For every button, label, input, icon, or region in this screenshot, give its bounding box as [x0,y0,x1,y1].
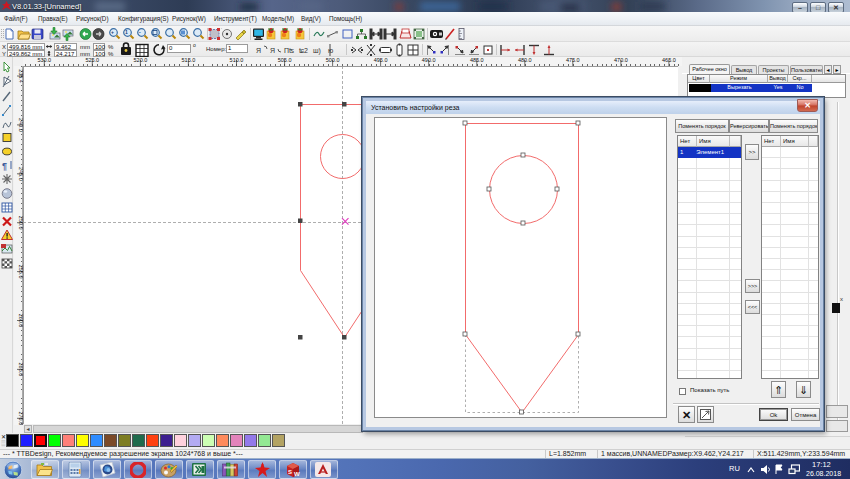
svg-text:500.0: 500.0 [326,57,340,63]
svg-text:505.0: 505.0 [278,57,292,63]
svg-text:520.0: 520.0 [134,57,148,63]
svg-text:+: + [111,29,114,35]
svg-text:470.0: 470.0 [614,57,628,63]
svg-text:480.0: 480.0 [518,57,532,63]
svg-text:W: W [294,471,300,477]
svg-text:ʨ2: ʨ2 [299,47,308,54]
svg-text:ш): ш) [313,47,321,55]
svg-text:ю: ю [328,47,333,54]
svg-text:530.0: 530.0 [37,57,51,63]
svg-text:475.0: 475.0 [566,57,580,63]
svg-text:Пʦ: Пʦ [284,47,294,54]
svg-text:515.0: 515.0 [182,57,196,63]
svg-text:': ' [221,27,222,32]
svg-text:490.0: 490.0 [422,57,436,63]
svg-text:485.0: 485.0 [470,57,484,63]
svg-text:510.0: 510.0 [230,57,244,63]
svg-text:525.0: 525.0 [85,57,99,63]
svg-text:¶: ¶ [2,161,7,171]
svg-text:S: S [288,469,292,475]
svg-text:Я: Я [270,47,275,54]
svg-text:Я: Я [256,47,261,54]
svg-text:465.0: 465.0 [662,57,676,63]
svg-text:495.0: 495.0 [374,57,388,63]
svg-text:1: 1 [125,29,128,35]
